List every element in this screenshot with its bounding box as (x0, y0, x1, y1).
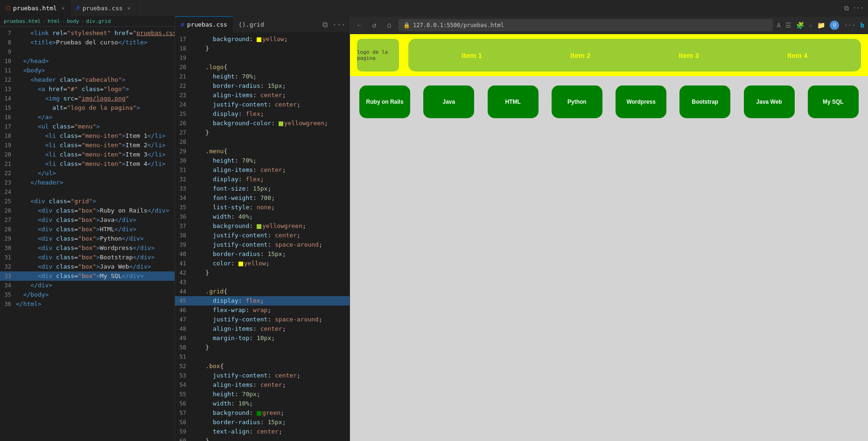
translate-icon[interactable]: A (777, 21, 780, 29)
css-line-31: 31 align-items: center; (175, 165, 350, 175)
css-line-55: 55 height: 70px; (175, 390, 350, 399)
code-line-25: 25 <div class="grid"> (0, 197, 175, 206)
menu-item-2: Item 2 (570, 51, 590, 59)
browser-more-button[interactable]: ··· (844, 21, 855, 29)
logo-text: logo de la pagina (357, 49, 399, 61)
css-line-24: 24 justify-content: center; (175, 100, 350, 109)
code-line-15: 15 alt="logo de la pagina"> (0, 103, 175, 113)
css-line-40: 40 border-radius: 15px; (175, 249, 350, 259)
css-line-43: 43 (175, 277, 350, 287)
css-line-19: 19 (175, 53, 350, 63)
code-line-24: 24 (0, 187, 175, 197)
code-line-27: 27 <div class="box">Java</div> (0, 215, 175, 225)
code-line-21: 21 <li class="menu-iten">Item 4</li> (0, 159, 175, 169)
code-line-13: 13 <a href="#" class="logo"> (0, 85, 175, 94)
refresh-button[interactable]: ↺ (369, 21, 380, 29)
preview-menu: Item 1 Item 2 Item 3 Item 4 (408, 39, 861, 71)
grid-box-bootstrap: Bootstrap (679, 85, 730, 118)
code-line-35: 35 </body> (0, 290, 175, 299)
css-line-46: 46 flex-wrap: wrap; (175, 306, 350, 315)
main-content-area: pruebas.html › html › body › div.grid 7 … (0, 16, 868, 441)
css-line-53: 53 justify-content: center; (175, 371, 350, 380)
css-panel-tab-file[interactable]: # pruebas.css (175, 16, 233, 32)
css-line-56: 56 width: 10%; (175, 399, 350, 408)
tab-css[interactable]: # pruebas.css ✕ (71, 0, 137, 16)
home-button[interactable]: ⌂ (384, 21, 395, 29)
favorites-icon[interactable]: ☆ (809, 21, 812, 29)
code-line-8: 8 <title>Pruebas del curso</title> (0, 38, 175, 47)
breadcrumb-html-tag: html (48, 18, 60, 24)
css-tab-label: pruebas.css (83, 5, 123, 12)
code-line-29: 29 <div class="box">Python</div> (0, 234, 175, 243)
address-bar[interactable]: 🔒 127.0.0.1:5500/pruebas.html (399, 19, 773, 31)
css-line-20: 20 .logo{ (175, 63, 350, 72)
css-panel-tab-bar: # pruebas.css ⟨⟩.grid ⧉ ··· (175, 16, 350, 33)
css-code-area[interactable]: 17 background: yellow; 18 } 19 20 .logo{… (175, 33, 350, 441)
grid-box-javaweb: Java Web (744, 85, 795, 118)
code-line-30: 30 <div class="box">Wordpress</div> (0, 243, 175, 253)
code-line-7: 7 <link rel="stylesheet" href="pruebas.c… (0, 28, 175, 38)
css-line-60: 60 } (175, 436, 350, 441)
css-line-49: 49 margin-top: 10px; (175, 334, 350, 343)
browser-toolbar: ← ↺ ⌂ 🔒 127.0.0.1:5500/pruebas.html A ☰ … (350, 16, 868, 34)
split-editor-button[interactable]: ⧉ (844, 4, 849, 12)
grid-box-wordpress: Wordpress (616, 85, 666, 118)
css-line-51: 51 (175, 352, 350, 362)
code-line-26: 26 <div class="box">Ruby on Rails</div> (0, 206, 175, 215)
css-file-tab-icon: # (181, 21, 184, 28)
bing-icon[interactable]: b (861, 21, 864, 29)
css-line-25: 25 display: flex; (175, 109, 350, 119)
css-file-icon: # (77, 5, 80, 11)
breadcrumb-html: pruebas.html (4, 18, 41, 24)
collections-icon[interactable]: 📁 (817, 21, 825, 29)
extensions-icon[interactable]: 🧩 (796, 21, 804, 29)
css-line-22: 22 border-radius: 15px; (175, 81, 350, 91)
code-line-19: 19 <li class="menu-iten">Item 2</li> (0, 141, 175, 150)
css-panel-tab-grid[interactable]: ⟨⟩.grid (233, 16, 270, 32)
more-css-actions-button[interactable]: ··· (332, 20, 346, 29)
css-line-37: 37 background: yellowgreen; (175, 221, 350, 231)
code-line-22: 22 </ul> (0, 169, 175, 178)
preview-logo: logo de la pagina (357, 39, 399, 71)
browser-right-icons: A ☰ 🧩 ☆ 📁 U ··· b (777, 21, 864, 30)
css-line-30: 30 height: 70%; (175, 156, 350, 165)
code-line-20: 20 <li class="menu-iten">Item 3</li> (0, 150, 175, 159)
preview-header: logo de la pagina Item 1 Item 2 Item 3 I… (350, 34, 868, 76)
code-line-32: 32 <div class="box">Java Web</div> (0, 262, 175, 271)
css-line-32: 32 display: flex; (175, 175, 350, 184)
css-panel-tab-label: pruebas.css (187, 21, 227, 28)
split-css-button[interactable]: ⧉ (322, 20, 328, 29)
back-button[interactable]: ← (354, 21, 365, 29)
css-line-21: 21 height: 70%; (175, 72, 350, 81)
css-panel-tab-actions: ⧉ ··· (319, 16, 350, 32)
css-line-38: 38 justify-content: center; (175, 231, 350, 240)
grid-box-ruby: Ruby on Rails (359, 85, 410, 118)
css-line-44: 44 .grid{ (175, 287, 350, 296)
tab-actions: ⧉ ··· (840, 0, 868, 16)
grid-box-java: Java (423, 85, 474, 118)
css-line-58: 58 border-radius: 15px; (175, 418, 350, 427)
css-line-45: 45 display: flex; (175, 296, 350, 306)
read-view-icon[interactable]: ☰ (785, 21, 791, 29)
html-tab-close[interactable]: ✕ (62, 5, 65, 11)
menu-item-4: Item 4 (787, 51, 807, 59)
css-editor-panel: # pruebas.css ⟨⟩.grid ⧉ ··· 17 backgroun… (175, 16, 350, 441)
code-line-16: 16 </a> (0, 113, 175, 122)
css-tab-close[interactable]: ✕ (127, 5, 131, 11)
tab-html[interactable]: ⬡ pruebas.html ✕ (0, 0, 71, 16)
css-line-33: 33 font-size: 15px; (175, 184, 350, 193)
css-line-17: 17 background: yellow; (175, 35, 350, 44)
css-line-50: 50 } (175, 343, 350, 352)
code-line-11: 11 <body> (0, 66, 175, 75)
css-line-59: 59 text-align: center; (175, 427, 350, 436)
code-line-28: 28 <div class="box">HTML</div> (0, 225, 175, 234)
lock-icon: 🔒 (403, 22, 410, 28)
css-line-28: 28 (175, 137, 350, 147)
more-actions-button[interactable]: ··· (853, 4, 864, 12)
grid-box-mysql: My SQL (808, 85, 859, 118)
profile-avatar[interactable]: U (830, 21, 839, 30)
css-line-47: 47 justify-content: space-around; (175, 315, 350, 324)
code-line-34: 34 </div> (0, 281, 175, 290)
css-line-34: 34 font-weight: 700; (175, 193, 350, 203)
html-code-area[interactable]: 7 <link rel="stylesheet" href="pruebas.c… (0, 27, 175, 311)
